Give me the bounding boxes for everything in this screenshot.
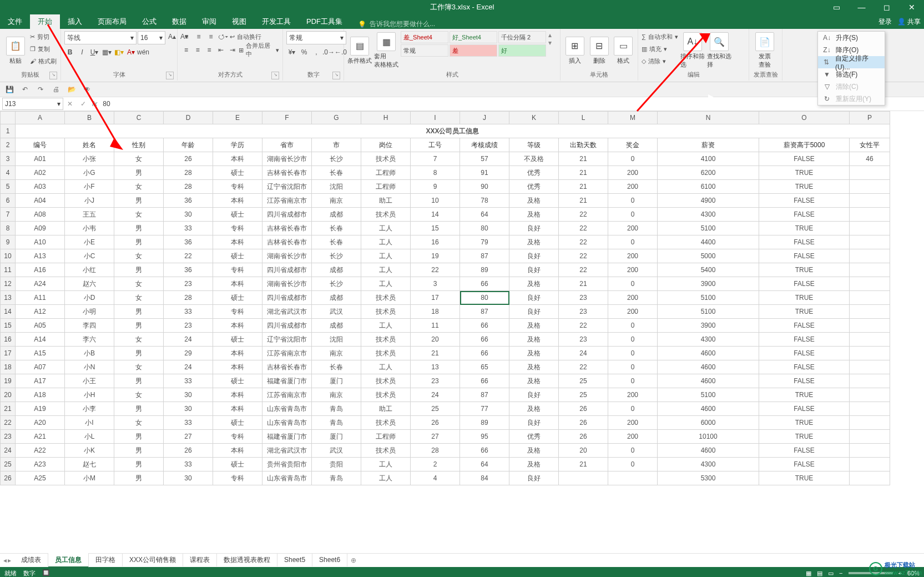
cell[interactable]: 16 [411, 235, 460, 249]
col-header[interactable]: N [658, 112, 759, 124]
cell[interactable]: 21 [411, 347, 460, 360]
cell[interactable] [850, 180, 890, 194]
cell[interactable]: 男 [114, 471, 164, 485]
cell[interactable]: 29 [164, 347, 213, 360]
cell[interactable]: 24 [559, 347, 608, 360]
cell[interactable]: 工人 [361, 249, 411, 263]
cell[interactable]: 7 [411, 152, 460, 166]
cell[interactable]: 男 [114, 235, 164, 249]
enter-formula-icon[interactable]: ✓ [77, 100, 90, 108]
cell[interactable]: 长春 [312, 235, 361, 249]
ribbon-tab-9[interactable]: PDF工具集 [299, 14, 350, 29]
row-header[interactable]: 24 [1, 444, 16, 458]
dialog-launcher-icon[interactable]: ↘ [49, 72, 57, 79]
header-cell[interactable]: 省市 [262, 138, 312, 152]
row-header[interactable]: 11 [1, 263, 16, 277]
cell[interactable]: 28 [164, 180, 213, 194]
cell[interactable]: 李四 [65, 319, 114, 333]
cell[interactable]: 小L [65, 430, 114, 444]
cell[interactable]: 22 [559, 208, 608, 222]
row-header[interactable]: 14 [1, 305, 16, 319]
indent-dec-icon[interactable]: ⇤ [215, 44, 226, 56]
view-pagebreak-icon[interactable]: ▭ [828, 570, 834, 577]
cell[interactable]: 湖北省武汉市 [262, 444, 312, 458]
cell[interactable]: 及格 [509, 333, 559, 347]
cell[interactable]: 技术员 [361, 416, 411, 430]
cell[interactable]: 27 [164, 430, 213, 444]
header-cell[interactable]: 编号 [16, 138, 65, 152]
cell[interactable]: 女 [114, 152, 164, 166]
cell[interactable]: 30 [164, 388, 213, 402]
header-cell[interactable]: 工号 [411, 138, 460, 152]
cell[interactable]: 66 [460, 277, 509, 291]
align-right-icon[interactable]: ≡ [204, 44, 215, 56]
cell[interactable]: 赵六 [65, 277, 114, 291]
cell[interactable]: 15 [411, 222, 460, 235]
cell[interactable]: 25 [411, 402, 460, 416]
ribbon-tab-0[interactable]: 文件 [0, 14, 30, 29]
cell[interactable]: FALSE [759, 249, 850, 263]
cell[interactable]: 小M [65, 471, 114, 485]
cell[interactable]: 四川省成都市 [262, 263, 312, 277]
cell[interactable]: 0 [608, 277, 658, 291]
cell[interactable]: 66 [460, 347, 509, 360]
cell[interactable]: 4600 [658, 402, 759, 416]
col-header[interactable]: H [361, 112, 411, 124]
cell[interactable] [850, 291, 890, 305]
row-header[interactable]: 1 [1, 124, 16, 138]
font-name-combo[interactable]: 等线▾ [64, 31, 137, 44]
cell[interactable]: 22 [164, 249, 213, 263]
cell[interactable]: TRUE [759, 388, 850, 402]
ribbon-tab-3[interactable]: 页面布局 [90, 14, 134, 29]
merge-center-button[interactable]: ⊞ 合并后居中▾ [239, 44, 279, 56]
cell[interactable]: 4600 [658, 360, 759, 374]
ribbon-tab-1[interactable]: 开始 [30, 14, 60, 29]
cell[interactable]: 武汉 [312, 444, 361, 458]
header-cell[interactable]: 岗位 [361, 138, 411, 152]
cell[interactable]: 吉林省长春市 [262, 235, 312, 249]
cell[interactable]: FALSE [759, 235, 850, 249]
col-header[interactable]: C [114, 112, 164, 124]
cell[interactable]: 46 [850, 152, 890, 166]
cell[interactable]: 江苏省南京市 [262, 347, 312, 360]
view-normal-icon[interactable]: ▦ [806, 570, 811, 577]
cell[interactable]: FALSE [759, 319, 850, 333]
cell[interactable]: 小张 [65, 152, 114, 166]
cell[interactable]: 23 [559, 291, 608, 305]
cell[interactable]: 女 [114, 180, 164, 194]
cell[interactable]: 22 [559, 235, 608, 249]
header-cell[interactable]: 女性平 [850, 138, 890, 152]
currency-icon[interactable]: ¥▾ [286, 47, 297, 58]
cell[interactable]: 及格 [509, 374, 559, 388]
cut-button[interactable]: ✂ 剪切 [30, 31, 57, 42]
ribbon-tab-7[interactable]: 视图 [224, 14, 254, 29]
ribbon-tab-4[interactable]: 公式 [134, 14, 164, 29]
cell[interactable]: 工程师 [361, 430, 411, 444]
qat-icon-3[interactable]: 🖨 [51, 84, 61, 94]
cell[interactable]: 小F [65, 180, 114, 194]
header-cell[interactable]: 出勤天数 [559, 138, 608, 152]
cell[interactable]: 0 [608, 347, 658, 360]
col-header[interactable]: J [460, 112, 509, 124]
row-header[interactable]: 16 [1, 333, 16, 347]
cell[interactable]: 助工 [361, 194, 411, 208]
cell[interactable]: 2 [411, 458, 460, 471]
cell[interactable]: 66 [460, 374, 509, 388]
cell-styles-gallery[interactable]: 差_Sheet4 好_Sheet4 千位分隔 2 常规 差 好 [401, 31, 546, 57]
cell[interactable]: 10100 [658, 430, 759, 444]
cell[interactable]: 本科 [213, 194, 262, 208]
cell[interactable]: 5000 [658, 249, 759, 263]
col-header[interactable]: A [16, 112, 65, 124]
cell[interactable]: 山东省青岛市 [262, 471, 312, 485]
cell[interactable]: 青岛 [312, 402, 361, 416]
cell[interactable]: A24 [16, 277, 65, 291]
cell[interactable]: 男 [114, 194, 164, 208]
cell[interactable]: 20 [559, 444, 608, 458]
cell[interactable]: 小李 [65, 402, 114, 416]
cell[interactable]: 技术员 [361, 347, 411, 360]
cell[interactable]: 87 [460, 249, 509, 263]
cell[interactable]: 36 [164, 235, 213, 249]
cell[interactable]: 200 [608, 222, 658, 235]
cell[interactable]: TRUE [759, 305, 850, 319]
ribbon-tab-5[interactable]: 数据 [164, 14, 194, 29]
